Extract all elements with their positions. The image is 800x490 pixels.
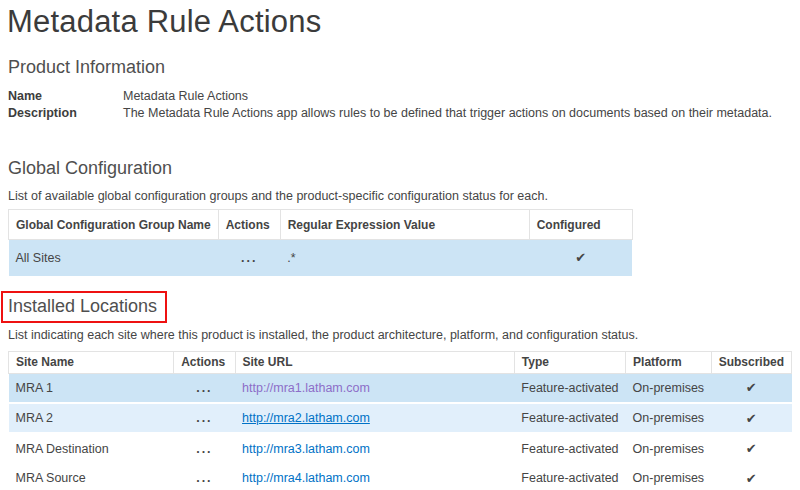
installed-locations-heading: Installed Locations	[8, 294, 157, 318]
global-config-row-all-sites[interactable]: All Sites ... .* ✔	[9, 240, 633, 276]
global-configuration-table: Global Configuration Group Name Actions …	[8, 209, 633, 276]
site-url-link[interactable]: http://mra1.latham.com	[242, 381, 370, 395]
col-header-actions: Actions	[174, 351, 235, 373]
platform-cell: On-premises	[626, 403, 712, 433]
subscribed-check-icon: ✔	[711, 433, 791, 463]
subscribed-check-icon: ✔	[711, 463, 791, 490]
actions-ellipsis-menu[interactable]: ...	[174, 433, 235, 463]
name-label: Name	[8, 88, 123, 105]
installed-row-mra1[interactable]: MRA 1 ... http://mra1.latham.com Feature…	[9, 373, 792, 403]
global-configuration-heading: Global Configuration	[8, 156, 792, 180]
regex-value-cell: .*	[280, 240, 529, 276]
subscribed-check-icon: ✔	[711, 403, 791, 433]
actions-ellipsis-menu[interactable]: ...	[174, 403, 235, 433]
name-value: Metadata Rule Actions	[123, 88, 248, 105]
product-information-section: Product Information Name Metadata Rule A…	[8, 55, 792, 122]
col-header-platform: Platform	[626, 351, 712, 373]
actions-ellipsis-menu[interactable]: ...	[174, 373, 235, 403]
site-url-link[interactable]: http://mra4.latham.com	[242, 471, 370, 485]
configured-check-icon: ✔	[529, 240, 632, 276]
product-information-fields: Name Metadata Rule Actions Description T…	[8, 88, 792, 122]
installed-locations-section: Installed Locations List indicating each…	[8, 276, 792, 490]
product-information-heading: Product Information	[8, 55, 792, 79]
type-cell: Feature-activated	[514, 463, 625, 490]
site-name-cell: MRA 2	[9, 403, 174, 433]
site-url-link[interactable]: http://mra2.latham.com	[242, 411, 370, 425]
platform-cell: On-premises	[626, 463, 712, 490]
installed-locations-table: Site Name Actions Site URL Type Platform…	[8, 351, 792, 490]
actions-ellipsis-menu[interactable]: ...	[174, 463, 235, 490]
col-header-site-name: Site Name	[9, 351, 174, 373]
col-header-subscribed: Subscribed	[711, 351, 791, 373]
type-cell: Feature-activated	[514, 403, 625, 433]
site-name-cell: MRA Destination	[9, 433, 174, 463]
type-cell: Feature-activated	[514, 433, 625, 463]
field-row-name: Name Metadata Rule Actions	[8, 88, 792, 105]
col-header-actions: Actions	[218, 210, 280, 240]
description-value: The Metadata Rule Actions app allows rul…	[123, 105, 772, 122]
installed-row-mra-source[interactable]: MRA Source ... http://mra4.latham.com Fe…	[9, 463, 792, 490]
subscribed-check-icon: ✔	[711, 373, 791, 403]
global-configuration-description: List of available global configuration g…	[8, 188, 792, 204]
col-header-type: Type	[514, 351, 625, 373]
annotation-highlight-box: Installed Locations	[1, 291, 167, 323]
site-url-link[interactable]: http://mra3.latham.com	[242, 442, 370, 456]
installed-row-mra-destination[interactable]: MRA Destination ... http://mra3.latham.c…	[9, 433, 792, 463]
description-label: Description	[8, 105, 123, 122]
actions-ellipsis-menu[interactable]: ...	[218, 240, 280, 276]
col-header-group-name: Global Configuration Group Name	[9, 210, 219, 240]
global-configuration-section: Global Configuration List of available g…	[8, 156, 792, 276]
col-header-site-url: Site URL	[235, 351, 514, 373]
group-name-cell: All Sites	[9, 240, 219, 276]
platform-cell: On-premises	[626, 373, 712, 403]
field-row-description: Description The Metadata Rule Actions ap…	[8, 105, 792, 122]
installed-locations-description: List indicating each site where this pro…	[8, 327, 792, 343]
platform-cell: On-premises	[626, 433, 712, 463]
global-config-header-row: Global Configuration Group Name Actions …	[9, 210, 633, 240]
col-header-configured: Configured	[529, 210, 632, 240]
page-title: Metadata Rule Actions	[7, 2, 792, 42]
installed-row-mra2[interactable]: MRA 2 ... http://mra2.latham.com Feature…	[9, 403, 792, 433]
col-header-regex-value: Regular Expression Value	[280, 210, 529, 240]
installed-header-row: Site Name Actions Site URL Type Platform…	[9, 351, 792, 373]
type-cell: Feature-activated	[514, 373, 625, 403]
site-name-cell: MRA 1	[9, 373, 174, 403]
site-name-cell: MRA Source	[9, 463, 174, 490]
